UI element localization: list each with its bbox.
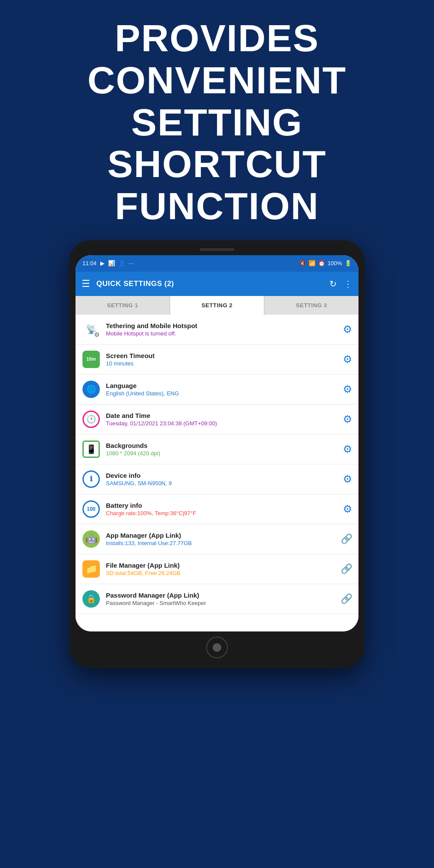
hotspot-text: Tethering and Mobile Hotspot Mobile Hots… [106, 322, 338, 337]
timeout-subtitle: 10 minutes [106, 360, 338, 367]
status-right: 🔇 📶 ⏰ 100% 🔋 [299, 260, 352, 266]
datetime-icon-wrap: 🕐 [82, 410, 101, 429]
tabs: SETTING 1 SETTING 2 SETTING 3 [76, 296, 358, 315]
deviceinfo-icon-wrap: ℹ [82, 470, 101, 489]
batteryinfo-icon-wrap: 100 [82, 500, 101, 519]
timeout-text: Screen Timeout 10 minutes [106, 352, 338, 367]
deviceinfo-icon: ℹ [82, 470, 100, 488]
settings-list: 📡 ⚙ Tethering and Mobile Hotspot Mobile … [76, 315, 358, 614]
home-button[interactable] [206, 637, 228, 658]
status-alarm-icon: ⏰ [318, 260, 325, 266]
status-user-icon: 👤 [118, 260, 125, 266]
appmanager-icon: 🤖 [82, 530, 100, 548]
appmanager-link-icon[interactable]: 🔗 [341, 533, 352, 545]
datetime-gear-icon[interactable]: ⚙ [343, 413, 352, 425]
status-time: 11:04 [82, 260, 97, 266]
language-icon-wrap: 🌐 [82, 380, 101, 399]
filemanager-icon: 📁 [82, 560, 100, 578]
app-bar-actions: ↻ ⋮ [329, 279, 352, 289]
home-button-area [76, 631, 358, 660]
passwordmanager-title: Password Manager (App Link) [106, 592, 335, 599]
list-item[interactable]: 🔒 Password Manager (App Link) Password M… [76, 584, 358, 614]
filemanager-title: File Manager (App Link) [106, 562, 335, 569]
passwordmanager-icon-wrap: 🔒 [82, 589, 101, 608]
list-item[interactable]: 🤖 App Manager (App Link) Installs:133, I… [76, 524, 358, 554]
phone-mockup: 11:04 ▶ 📊 👤 ··· 🔇 📶 ⏰ 100% 🔋 ☰ QUICK SET [0, 240, 434, 668]
status-battery-text: 100% [328, 260, 342, 266]
screen-bottom-space [76, 614, 358, 631]
gear-small-icon: ⚙ [94, 331, 100, 338]
app-bar: ☰ QUICK SETTINGS (2) ↻ ⋮ [76, 272, 358, 296]
status-battery-icon: 🔋 [345, 260, 352, 266]
list-item[interactable]: 🕐 Date and Time Tuesday, 01/12/2021 23:0… [76, 404, 358, 434]
batteryinfo-text: Battery info Charge rate:100%, Temp:36°C… [106, 502, 338, 516]
passwordmanager-link-icon[interactable]: 🔗 [341, 593, 352, 605]
promo-title: PROVIDES CONVENIENT SETTING SHORTCUT FUN… [26, 17, 408, 227]
datetime-text: Date and Time Tuesday, 01/12/2021 23:04:… [106, 412, 338, 427]
status-dots: ··· [129, 260, 134, 266]
tab-setting3[interactable]: SETTING 3 [264, 296, 358, 315]
batteryinfo-title: Battery info [106, 502, 338, 509]
language-text: Language English (United States), ENG [106, 382, 338, 397]
passwordmanager-icon: 🔒 [82, 590, 100, 608]
status-mute-icon: 🔇 [299, 260, 306, 266]
filemanager-text: File Manager (App Link) SD total:54GB, F… [106, 562, 335, 576]
phone-outer: 11:04 ▶ 📊 👤 ··· 🔇 📶 ⏰ 100% 🔋 ☰ QUICK SET [69, 240, 365, 668]
hotspot-title: Tethering and Mobile Hotspot [106, 322, 338, 329]
timeout-title: Screen Timeout [106, 352, 338, 359]
list-item[interactable]: 🌐 Language English (United States), ENG … [76, 375, 358, 404]
menu-icon[interactable]: ☰ [82, 278, 90, 289]
batteryinfo-gear-icon[interactable]: ⚙ [343, 503, 352, 515]
passwordmanager-text: Password Manager (App Link) Password Man… [106, 592, 335, 606]
tab-setting2[interactable]: SETTING 2 [170, 296, 265, 315]
hotspot-icon-wrap: 📡 ⚙ [82, 320, 101, 339]
backgrounds-gear-icon[interactable]: ⚙ [343, 443, 352, 455]
deviceinfo-gear-icon[interactable]: ⚙ [343, 473, 352, 485]
timeout-icon: 10m [82, 351, 100, 368]
status-wifi-icon: 📶 [309, 260, 316, 266]
status-play-icon: ▶ [100, 260, 105, 266]
datetime-subtitle: Tuesday, 01/12/2021 23:04:38 (GMT+09:00) [106, 420, 338, 427]
status-bar: 11:04 ▶ 📊 👤 ··· 🔇 📶 ⏰ 100% 🔋 [76, 255, 358, 272]
filemanager-link-icon[interactable]: 🔗 [341, 563, 352, 575]
appmanager-icon-wrap: 🤖 [82, 529, 101, 549]
refresh-button[interactable]: ↻ [329, 279, 337, 289]
datetime-icon: 🕐 [82, 411, 100, 428]
phone-screen: 11:04 ▶ 📊 👤 ··· 🔇 📶 ⏰ 100% 🔋 ☰ QUICK SET [76, 255, 358, 631]
list-item[interactable]: 📡 ⚙ Tethering and Mobile Hotspot Mobile … [76, 315, 358, 345]
timeout-icon-wrap: 10m [82, 350, 101, 369]
speaker [200, 248, 234, 251]
status-chart-icon: 📊 [108, 260, 115, 266]
backgrounds-text: Backgrounds 1080 * 2094 (420 dpi) [106, 442, 338, 457]
list-item[interactable]: 📁 File Manager (App Link) SD total:54GB,… [76, 554, 358, 584]
more-options-button[interactable]: ⋮ [344, 279, 352, 289]
list-item[interactable]: 10m Screen Timeout 10 minutes ⚙ [76, 345, 358, 375]
list-item[interactable]: ℹ Device info SAMSUNG, SM-N950N, 9 ⚙ [76, 464, 358, 494]
batteryinfo-icon: 100 [82, 500, 100, 518]
deviceinfo-title: Device info [106, 472, 338, 479]
language-title: Language [106, 382, 338, 389]
appmanager-subtitle: Installs:133, Internal Use:27.77GB [106, 540, 335, 546]
language-icon: 🌐 [82, 381, 100, 398]
passwordmanager-subtitle: Password Manager - SmartWho Keeper [106, 600, 335, 606]
status-left: 11:04 ▶ 📊 👤 ··· [82, 260, 133, 266]
tab-setting1[interactable]: SETTING 1 [76, 296, 170, 315]
backgrounds-icon: 📱 [82, 441, 100, 458]
home-button-inner [213, 643, 221, 652]
language-gear-icon[interactable]: ⚙ [343, 383, 352, 395]
timeout-gear-icon[interactable]: ⚙ [343, 353, 352, 365]
hotspot-gear-icon[interactable]: ⚙ [343, 323, 352, 335]
datetime-title: Date and Time [106, 412, 338, 419]
deviceinfo-subtitle: SAMSUNG, SM-N950N, 9 [106, 480, 338, 487]
backgrounds-title: Backgrounds [106, 442, 338, 449]
hotspot-subtitle: Mobile Hotspot is turned off. [106, 330, 338, 337]
list-item[interactable]: 100 Battery info Charge rate:100%, Temp:… [76, 494, 358, 524]
promo-header: PROVIDES CONVENIENT SETTING SHORTCUT FUN… [0, 0, 434, 240]
hotspot-icon: 📡 ⚙ [82, 321, 100, 338]
list-item[interactable]: 📱 Backgrounds 1080 * 2094 (420 dpi) ⚙ [76, 434, 358, 464]
backgrounds-icon-wrap: 📱 [82, 440, 101, 459]
appmanager-title: App Manager (App Link) [106, 532, 335, 539]
appmanager-text: App Manager (App Link) Installs:133, Int… [106, 532, 335, 546]
app-bar-title: QUICK SETTINGS (2) [96, 279, 323, 288]
filemanager-subtitle: SD total:54GB, Free:26.24GB [106, 570, 335, 576]
